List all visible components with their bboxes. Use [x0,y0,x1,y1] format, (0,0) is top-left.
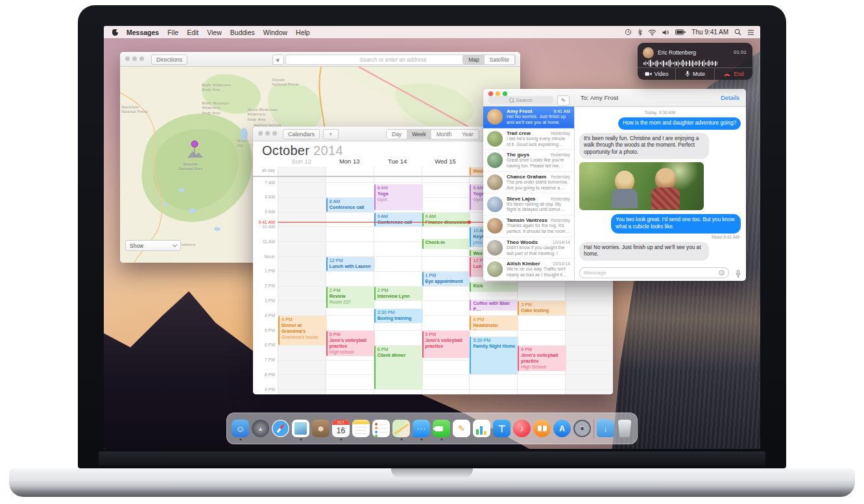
microphone-icon[interactable] [736,270,741,278]
calendar-event[interactable]: 5 PMJenn's volleyball practiceHigh schoo… [326,331,375,356]
dock-icon-notes[interactable] [352,420,370,437]
dock[interactable] [226,413,638,444]
calendar-view-switcher[interactable]: DayWeekMonthYear [386,129,479,139]
spotlight-icon[interactable] [734,29,741,36]
video-button[interactable]: Video [638,68,676,80]
calendars-button[interactable]: Calendars [283,129,320,139]
map-satellite-toggle[interactable]: Map Satellite [462,54,515,65]
calendar-event[interactable]: 9 AMConference call [374,213,423,227]
compose-button[interactable]: ✎ [557,95,570,106]
calendar-event[interactable]: 6 PMJenn's volleyball practiceHigh Schoo… [518,346,566,371]
calendar-event[interactable]: 1 PMEye appointment [422,272,471,286]
show-dropdown[interactable]: Show [125,240,181,251]
calendar-event[interactable]: 2 PMReviewRoom 237 [326,287,375,308]
conversation-row[interactable]: Tamsin VantressYesterdayThanks again for… [483,215,574,237]
maps-titlebar[interactable]: Directions ▶ Search or enter an address … [120,52,520,67]
app-menu-title[interactable]: Messages [126,29,159,36]
dock-icon-maps[interactable] [392,420,410,437]
view-tab-year[interactable]: Year [457,130,478,139]
apple-menu-icon[interactable] [112,29,118,36]
menu-item-edit[interactable]: Edit [187,29,198,36]
time-machine-icon[interactable] [625,29,632,36]
dock-icon-finder[interactable] [232,420,249,437]
close-icon[interactable] [125,56,130,61]
calendar-event[interactable]: 9 AMFinance discussion [422,213,471,227]
view-tab-week[interactable]: Week [407,130,431,139]
calendar-event[interactable]: 5 PMJenn's volleyball practice [422,331,471,358]
wifi-icon[interactable] [648,29,656,36]
battery-icon[interactable] [675,29,686,35]
directions-button[interactable]: Directions [151,54,187,65]
mute-button[interactable]: Mute [676,68,714,80]
calendar-event[interactable]: 6 PMClient dinner [374,346,423,389]
conversation-row[interactable]: Trail crewYesterdayI bet he's loving eve… [483,128,574,150]
bluetooth-icon[interactable] [638,29,642,36]
menu-item-file[interactable]: File [167,29,178,36]
calendar-event[interactable]: 3:30 PMBoxing training [374,309,423,323]
conversation-row[interactable]: Ailish Kimber10/14/14We're on our way. T… [483,259,574,281]
menu-item-view[interactable]: View [207,29,222,36]
calendar-event[interactable]: 5:30 PMFamily Night Home [470,337,518,374]
add-event-button[interactable]: + [323,129,339,139]
calendar-event[interactable]: 2 PMInterview Lynn [374,287,423,301]
calendar-event[interactable]: Coffee with Blair P… [470,300,518,311]
minimize-icon[interactable] [132,56,137,61]
dock-icon-reminders[interactable] [372,420,390,437]
dock-icon-numbers[interactable] [473,420,490,437]
dock-icon-appstore[interactable] [553,420,571,437]
dock-icon-pages[interactable] [453,420,470,437]
facetime-call-panel[interactable]: Eric Rottenberg 01:01 Video Mute [638,43,752,80]
calendar-event[interactable]: Kick [470,282,518,292]
dock-icon-messages[interactable] [413,420,430,437]
calendar-event[interactable]: 12 PMLunch with Lauren [326,257,375,271]
imessage-input[interactable]: iMessage [579,267,729,278]
zoom-icon[interactable] [272,131,277,136]
menu-item-buddies[interactable]: Buddies [230,29,255,36]
dock-icon-ibooks[interactable] [533,420,551,437]
photo-attachment[interactable] [579,162,704,211]
calendar-event[interactable]: 8 AMConference call [326,198,375,212]
dock-icon-trash[interactable] [617,420,632,437]
minimize-icon[interactable] [265,131,270,136]
menu-clock[interactable]: Thu 9:41 AM [691,29,728,36]
notification-center-icon[interactable] [747,29,754,36]
menu-item-help[interactable]: Help [296,29,310,36]
end-call-button[interactable]: End [715,68,752,80]
menu-item-window[interactable]: Window [263,29,287,36]
recipient-field[interactable]: To: Amy Frost [581,94,618,101]
dock-icon-downloads[interactable] [597,420,614,437]
conversation-row[interactable]: Amy Frost9:41 AMHa! No worries. Just fin… [483,106,574,128]
messages-titlebar[interactable]: Search ✎ To: Amy Frost Details [483,89,746,107]
dock-icon-calendar[interactable] [332,420,350,437]
view-tab-day[interactable]: Day [387,130,407,139]
messages-window[interactable]: Search ✎ To: Amy Frost Details Amy Frost… [483,89,746,281]
emoji-icon[interactable] [719,270,725,276]
dock-icon-facetime[interactable] [433,420,450,437]
conversation-list[interactable]: Amy Frost9:41 AMHa! No worries. Just fin… [483,106,575,281]
dock-icon-itunes[interactable] [513,420,531,437]
calendar-event[interactable]: 3 PMCake testing [518,301,566,315]
calendar-event[interactable]: Check-in [422,239,471,249]
close-icon[interactable] [258,131,263,136]
dock-icon-safari[interactable] [272,420,289,437]
dock-icon-sysprefs[interactable] [573,420,591,437]
zoom-icon[interactable] [139,56,144,61]
calendar-event[interactable]: 8 AMYogaGym [374,184,423,210]
volume-icon[interactable] [662,29,669,36]
conversation-row[interactable]: The guysYesterdayGreat shot! Looks like … [483,150,574,172]
close-icon[interactable] [488,91,493,96]
calendar-event[interactable]: 4 PMDinner at Grandma'sGrandma's house [278,316,327,345]
dock-icon-mail[interactable] [292,420,309,437]
calendar-event[interactable]: 4 PMHeadshots:The ga… [470,316,518,330]
dock-icon-keynote[interactable] [493,420,510,437]
satellite-tab[interactable]: Satellite [485,55,514,64]
conversation-row[interactable]: Chance GrahamYesterdayThe pre-order star… [483,172,574,194]
search-input[interactable]: Search [488,96,553,104]
map-tab[interactable]: Map [463,55,485,64]
view-tab-month[interactable]: Month [431,130,457,139]
conversation-row[interactable]: Theo Woods10/14/14Didn't know if you cau… [483,237,574,259]
zoom-icon[interactable] [503,91,507,96]
dock-icon-contacts[interactable] [312,420,330,437]
details-link[interactable]: Details [721,94,739,101]
minimize-icon[interactable] [496,91,500,96]
